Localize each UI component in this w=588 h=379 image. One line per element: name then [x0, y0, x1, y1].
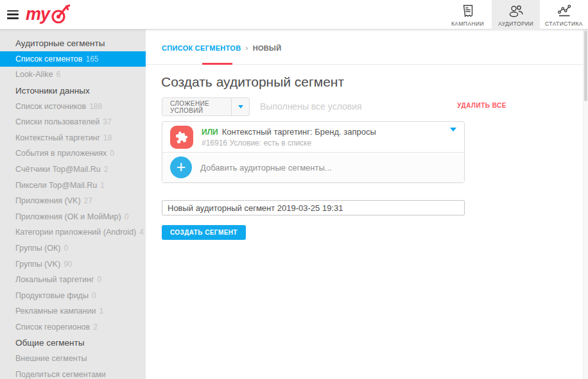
active-tab-underline	[202, 63, 232, 65]
item-count: 37	[103, 117, 111, 126]
mytarget-logo[interactable]: my	[26, 4, 70, 26]
sidebar-item-product-feeds[interactable]: Продуктовые фиды0	[0, 288, 146, 304]
nav-tab-label: СТАТИСТИКА	[545, 21, 583, 27]
item-count: 2	[104, 165, 108, 174]
sidebar-item-groups-ok[interactable]: Группы (ОК)0	[0, 240, 146, 257]
sidebar-item-share-segments[interactable]: Поделиться сегментами	[0, 366, 146, 379]
sidebar-item-ad-campaigns[interactable]: Рекламные кампании1	[0, 303, 146, 319]
sidebar-item-contextual-targeting[interactable]: Контекстный таргетинг18	[0, 130, 146, 146]
scrollbar[interactable]	[583, 29, 588, 379]
hamburger-menu-icon[interactable]	[7, 10, 19, 19]
sidebar-item-external-segments[interactable]: Внешние сегменты	[0, 351, 146, 367]
segment-name-input[interactable]	[162, 200, 465, 215]
chevron-down-icon[interactable]	[231, 98, 249, 115]
breadcrumb-separator: ›	[245, 44, 248, 53]
item-count: 0	[110, 149, 114, 158]
segment-condition-row[interactable]: ИЛИКонтекстный таргетинг: Бренд. запросы…	[162, 122, 464, 153]
item-count: 90	[64, 260, 72, 269]
sidebar-item-user-lists[interactable]: Списки пользователей37	[0, 114, 146, 130]
segment-condition-subtitle: #16916 Условие: есть в списке	[202, 139, 444, 147]
sidebar-item-look-alike[interactable]: Look-Alike6	[0, 67, 146, 83]
target-dart-icon	[49, 4, 70, 26]
sidebar-item-app-categories-android[interactable]: Категории приложений (Android)4	[0, 224, 146, 240]
breadcrumb: СПИСОК СЕГМЕНТОВ › НОВЫЙ	[162, 44, 281, 53]
scrollbar-thumb[interactable]	[584, 31, 587, 101]
item-count: 6	[56, 70, 60, 79]
sidebar-item-georegion-list[interactable]: Список георегионов2	[0, 319, 146, 335]
sidebar-section-data-sources: Источники данных	[0, 83, 146, 99]
main-content: СПИСОК СЕГМЕНТОВ › НОВЫЙ Создать аудитор…	[146, 29, 588, 379]
condition-hint: Выполнены все условия	[260, 97, 362, 116]
contextual-targeting-badge	[170, 126, 193, 149]
item-count: 1	[99, 307, 103, 316]
condition-mode-dropdown[interactable]: СЛОЖЕНИЕ УСЛОВИЙ	[162, 97, 250, 116]
breadcrumb-current: НОВЫЙ	[253, 44, 282, 52]
item-count: 1	[100, 181, 105, 190]
sidebar-section-audience-segments: Аудиторные сегменты	[0, 35, 146, 51]
item-count: 0	[64, 244, 68, 253]
sidebar-item-apps-ok-moymir[interactable]: Приложения (ОК и МойМир)0	[0, 209, 146, 225]
breadcrumb-segment-list-link[interactable]: СПИСОК СЕГМЕНТОВ	[162, 44, 241, 52]
campaigns-icon	[460, 3, 476, 19]
sidebar-item-local-targeting[interactable]: Локальный таргетинг0	[0, 272, 146, 288]
top-nav: КАМПАНИИ АУДИТОРИИ	[444, 0, 588, 29]
nav-tab-campaigns[interactable]: КАМПАНИИ	[444, 0, 492, 29]
nav-tab-audiences[interactable]: АУДИТОРИИ	[492, 0, 540, 29]
segment-condition-text: ИЛИКонтекстный таргетинг: Бренд. запросы…	[202, 127, 444, 147]
item-count: 0	[92, 291, 96, 300]
sidebar-item-groups-vk[interactable]: Группы (VK)90	[0, 256, 146, 272]
operator-badge: ИЛИ	[202, 128, 218, 137]
sidebar-item-top-mailru-pixels[interactable]: Пиксели Top@Mail.Ru1	[0, 177, 146, 193]
nav-tab-statistics[interactable]: СТАТИСТИКА	[540, 0, 588, 29]
segment-conditions-card: ИЛИКонтекстный таргетинг: Бренд. запросы…	[162, 121, 465, 183]
add-segments-row[interactable]: + Добавить аудиторные сегменты...	[162, 153, 464, 182]
item-count: 0	[97, 275, 101, 284]
segment-condition-title: Контекстный таргетинг: Бренд. запросы	[222, 127, 376, 137]
item-count: 4	[139, 228, 144, 237]
nav-tab-label: КАМПАНИИ	[451, 21, 484, 27]
sidebar-item-top-mailru-counters[interactable]: Счётчики Top@Mail.Ru2	[0, 162, 146, 178]
sidebar-section-shared-segments: Общие сегменты	[0, 335, 146, 351]
chevron-down-icon[interactable]	[450, 131, 456, 143]
audiences-icon	[508, 3, 524, 19]
nav-tab-label: АУДИТОРИИ	[498, 21, 533, 27]
item-count: 0	[125, 212, 129, 221]
app-header: my КАМПАНИИ	[0, 0, 588, 29]
delete-all-button[interactable]: УДАЛИТЬ ВСЕ	[457, 102, 506, 109]
item-count: 165	[85, 55, 98, 63]
item-count: 27	[84, 196, 92, 205]
sidebar-item-apps-vk[interactable]: Приложения (VK)27	[0, 193, 146, 209]
condition-mode-label: СЛОЖЕНИЕ УСЛОВИЙ	[162, 100, 231, 114]
sidebar: Аудиторные сегменты Список сегментов165 …	[0, 29, 146, 379]
add-segments-label: Добавить аудиторные сегменты...	[200, 163, 332, 173]
logo-text: my	[26, 6, 49, 23]
sidebar-item-source-list[interactable]: Список источников188	[0, 98, 146, 114]
item-count: 18	[103, 133, 112, 142]
plus-icon: +	[170, 156, 192, 178]
item-count: 2	[93, 323, 98, 332]
statistics-icon	[557, 3, 572, 19]
create-segment-button[interactable]: СОЗДАТЬ СЕГМЕНТ	[162, 225, 246, 240]
item-count: 188	[89, 102, 102, 111]
sidebar-item-app-events[interactable]: События в приложениях0	[0, 146, 146, 162]
sidebar-item-segment-list[interactable]: Список сегментов165	[0, 51, 146, 67]
page-title: Создать аудиторный сегмент	[161, 74, 344, 90]
